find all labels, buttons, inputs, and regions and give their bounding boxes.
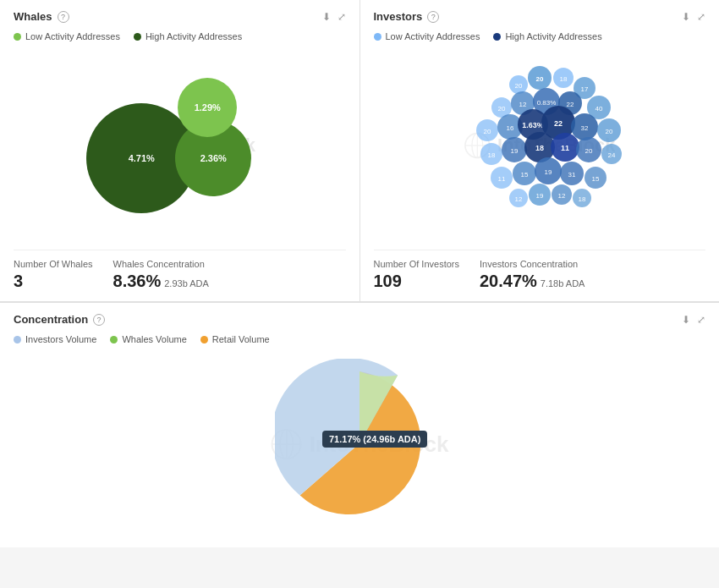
whales-title: Whales (14, 10, 52, 23)
investors-concentration-sub: 20.47% 7.18b ADA (480, 272, 585, 291)
investors-actions: ⬇ ⤢ (682, 11, 705, 23)
pie-chart-container: 71.17% (24.96b ADA) (275, 359, 444, 530)
svg-text:17: 17 (580, 85, 588, 93)
whales-concentration-sub: 8.36% 2.93b ADA (113, 272, 209, 291)
svg-text:1.63%: 1.63% (522, 121, 544, 129)
investors-help-icon[interactable]: ? (427, 11, 439, 23)
whales-count-label: Number Of Whales (14, 259, 93, 269)
investors-high-dot (493, 33, 501, 41)
investors-panel: Investors ? ⬇ ⤢ Low Activity Addresses H… (360, 0, 720, 301)
whales-legend: Low Activity Addresses High Activity Add… (14, 31, 346, 41)
whales-legend-low: Low Activity Addresses (14, 31, 120, 41)
whales-legend-high: High Activity Addresses (134, 31, 242, 41)
whales-count-value: 3 (14, 272, 93, 291)
concentration-legend-retail: Retail Volume (200, 334, 270, 344)
svg-text:12: 12 (557, 192, 565, 200)
investors-concentration-stat: Investors Concentration 20.47% 7.18b ADA (480, 259, 585, 291)
investors-volume-dot (14, 336, 21, 343)
svg-text:18: 18 (559, 75, 567, 83)
investors-concentration-ada: 7.18b ADA (541, 278, 585, 289)
whales-download-icon[interactable]: ⬇ (322, 11, 331, 23)
investors-count-stat: Number Of Investors 109 (374, 259, 459, 291)
retail-volume-label: Retail Volume (212, 334, 270, 344)
svg-text:20: 20 (497, 105, 505, 113)
concentration-panel: Concentration ? ⬇ ⤢ Investors Volume Wha… (0, 302, 719, 547)
svg-text:19: 19 (510, 147, 518, 155)
concentration-expand-icon[interactable]: ⤢ (697, 314, 705, 326)
investors-title: Investors (374, 10, 423, 23)
investors-stats: Number Of Investors 109 Investors Concen… (374, 250, 706, 291)
whales-concentration-label: Whales Concentration (113, 259, 209, 269)
svg-text:15: 15 (591, 175, 599, 183)
concentration-help-icon[interactable]: ? (93, 314, 105, 326)
svg-text:19: 19 (535, 192, 543, 200)
svg-text:18: 18 (487, 151, 495, 159)
svg-text:18: 18 (535, 144, 544, 152)
whales-concentration-pct: 8.36% (113, 272, 162, 291)
concentration-legend-whales: Whales Volume (110, 334, 186, 344)
svg-text:31: 31 (568, 171, 575, 179)
investors-chart-area: IntoTheBlock 20 18 20 17 20 12 0.83% 22 … (374, 48, 706, 243)
whales-low-dot (14, 33, 21, 41)
svg-text:24: 24 (607, 151, 615, 159)
svg-text:20: 20 (483, 128, 491, 135)
concentration-title-row: Concentration ? (14, 313, 105, 326)
pie-tooltip: 71.17% (24.96b ADA) (322, 431, 427, 448)
whales-concentration-stat: Whales Concentration 8.36% 2.93b ADA (113, 259, 209, 291)
whales-actions: ⬇ ⤢ (322, 11, 346, 23)
svg-text:22: 22 (566, 101, 574, 108)
investors-count-label: Number Of Investors (374, 259, 459, 269)
svg-text:20: 20 (514, 82, 522, 90)
investors-legend-high: High Activity Addresses (493, 31, 601, 41)
concentration-download-icon[interactable]: ⬇ (682, 314, 690, 326)
whales-header: Whales ? ⬇ ⤢ (14, 10, 346, 23)
svg-text:11: 11 (497, 175, 505, 183)
investors-count-value: 109 (374, 272, 459, 291)
investors-legend: Low Activity Addresses High Activity Add… (374, 31, 706, 41)
investors-download-icon[interactable]: ⬇ (682, 11, 690, 23)
whales-help-icon[interactable]: ? (58, 11, 69, 23)
whales-title-row: Whales ? (14, 10, 69, 23)
concentration-chart-area: IntoTheBlock 71.17% (24.96b ADA) (14, 351, 705, 537)
whales-count-stat: Number Of Whales 3 (14, 259, 93, 291)
concentration-header: Concentration ? ⬇ ⤢ (14, 313, 705, 326)
concentration-actions: ⬇ ⤢ (682, 314, 705, 326)
whales-high-dot (134, 33, 141, 41)
investors-low-dot (374, 33, 381, 41)
svg-text:16: 16 (506, 124, 513, 132)
svg-text:20: 20 (535, 75, 543, 83)
investors-bubble-svg: 20 18 20 17 20 12 0.83% 22 40 20 16 1.63… (421, 52, 658, 239)
svg-text:20: 20 (585, 147, 592, 155)
whales-high-label: High Activity Addresses (145, 31, 242, 41)
investors-concentration-label: Investors Concentration (480, 259, 585, 269)
concentration-title: Concentration (14, 313, 88, 326)
whales-stats: Number Of Whales 3 Whales Concentration … (14, 250, 346, 291)
svg-text:15: 15 (520, 171, 528, 179)
investors-legend-low: Low Activity Addresses (374, 31, 480, 41)
svg-text:12: 12 (519, 101, 526, 108)
investors-low-label: Low Activity Addresses (386, 31, 480, 41)
investors-expand-icon[interactable]: ⤢ (697, 11, 705, 23)
whales-panel: Whales ? ⬇ ⤢ Low Activity Addresses High… (0, 0, 360, 301)
whales-low-label: Low Activity Addresses (25, 31, 120, 41)
svg-text:19: 19 (544, 168, 552, 176)
svg-text:22: 22 (554, 119, 563, 128)
svg-text:0.83%: 0.83% (536, 99, 556, 107)
whales-volume-dot (110, 336, 118, 343)
svg-text:40: 40 (595, 105, 602, 113)
investors-volume-label: Investors Volume (25, 334, 96, 344)
svg-text:18: 18 (578, 195, 585, 203)
whales-volume-label: Whales Volume (122, 334, 186, 344)
concentration-legend: Investors Volume Whales Volume Retail Vo… (14, 334, 705, 344)
svg-text:20: 20 (605, 128, 612, 135)
svg-text:11: 11 (561, 144, 569, 152)
concentration-legend-investors: Investors Volume (14, 334, 96, 344)
svg-text:32: 32 (580, 124, 588, 132)
retail-volume-dot (200, 336, 208, 343)
whale-bubble-small: 1.29% (178, 78, 237, 137)
whales-bubbles: 4.71% 2.36% 1.29% (52, 52, 306, 239)
investors-concentration-pct: 20.47% (480, 272, 537, 291)
investors-header: Investors ? ⬇ ⤢ (374, 10, 706, 23)
whales-expand-icon[interactable]: ⤢ (338, 11, 346, 23)
whales-concentration-ada: 2.93b ADA (164, 278, 209, 289)
